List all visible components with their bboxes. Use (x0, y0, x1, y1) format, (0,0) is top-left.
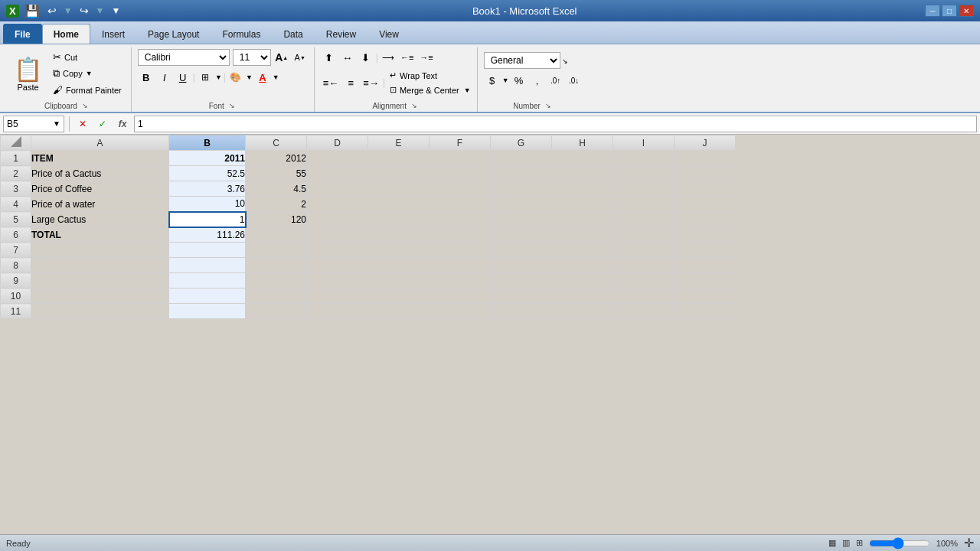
spreadsheet-cell[interactable] (491, 273, 552, 289)
tab-formulas[interactable]: Formulas (211, 24, 272, 44)
fill-dropdown[interactable]: ▼ (246, 73, 253, 81)
redo-button[interactable]: ↪ (76, 3, 93, 18)
spreadsheet-cell[interactable] (675, 258, 736, 273)
col-header-i[interactable]: I (613, 135, 675, 151)
spreadsheet-cell[interactable] (246, 243, 307, 258)
spreadsheet-cell[interactable] (552, 243, 613, 258)
spreadsheet-cell[interactable] (675, 151, 736, 166)
spreadsheet-container[interactable]: A B C D E F G H I J 1ITEM201120122Price … (0, 135, 980, 528)
fill-color-button[interactable]: 🎨 (227, 69, 244, 86)
spreadsheet-cell[interactable] (430, 197, 491, 212)
spreadsheet-cell[interactable] (307, 227, 368, 243)
spreadsheet-cell[interactable]: 2011 (169, 151, 246, 166)
spreadsheet-cell[interactable]: TOTAL (31, 227, 169, 243)
spreadsheet-cell[interactable] (613, 258, 675, 273)
spreadsheet-cell[interactable] (552, 197, 613, 212)
col-header-j[interactable]: J (675, 135, 736, 151)
row-header-6[interactable]: 6 (1, 227, 31, 243)
spreadsheet-cell[interactable]: 55 (246, 166, 307, 181)
spreadsheet-cell[interactable]: 10 (169, 197, 246, 212)
increase-decimal-button[interactable]: .0↑ (547, 72, 564, 89)
align-top-button[interactable]: ⬆ (321, 49, 338, 66)
spreadsheet-cell[interactable] (613, 273, 675, 289)
spreadsheet-cell[interactable] (169, 273, 246, 289)
alignment-expand-icon[interactable]: ↘ (410, 101, 419, 110)
spreadsheet-cell[interactable] (430, 181, 491, 197)
spreadsheet-cell[interactable] (246, 227, 307, 243)
undo-button[interactable]: ↩ (44, 3, 60, 18)
row-header-11[interactable]: 11 (1, 304, 31, 319)
spreadsheet-cell[interactable]: 2 (246, 197, 307, 212)
align-left-button[interactable]: ≡← (321, 74, 341, 91)
spreadsheet-cell[interactable] (368, 304, 430, 319)
spreadsheet-cell[interactable] (368, 227, 430, 243)
spreadsheet-cell[interactable] (613, 151, 675, 166)
spreadsheet-cell[interactable] (430, 289, 491, 304)
accounting-button[interactable]: $ (484, 72, 501, 89)
spreadsheet-cell[interactable] (613, 304, 675, 319)
spreadsheet-cell[interactable] (613, 227, 675, 243)
spreadsheet-cell[interactable] (491, 151, 552, 166)
spreadsheet-cell[interactable] (368, 212, 430, 227)
row-header-5[interactable]: 5 (1, 212, 31, 227)
spreadsheet-cell[interactable] (246, 258, 307, 273)
col-header-e[interactable]: E (368, 135, 430, 151)
spreadsheet-cell[interactable]: Price of a Cactus (31, 166, 169, 181)
spreadsheet-cell[interactable] (368, 181, 430, 197)
confirm-formula-button[interactable]: ✓ (94, 116, 111, 132)
spreadsheet-cell[interactable] (31, 289, 169, 304)
paste-button[interactable]: 📋 Paste (9, 54, 47, 93)
spreadsheet-cell[interactable] (307, 181, 368, 197)
font-expand-icon[interactable]: ↘ (227, 101, 237, 110)
row-header-2[interactable]: 2 (1, 166, 31, 181)
increase-font-size-button[interactable]: A▲ (274, 50, 289, 65)
spreadsheet-cell[interactable] (169, 304, 246, 319)
italic-button[interactable]: I (156, 69, 173, 86)
row-header-1[interactable]: 1 (1, 151, 31, 166)
tab-view[interactable]: View (368, 24, 410, 44)
save-button[interactable]: 💾 (24, 3, 41, 18)
merge-center-button[interactable]: ⊡ Merge & Center (387, 83, 462, 96)
row-header-9[interactable]: 9 (1, 273, 31, 289)
spreadsheet-cell[interactable] (491, 212, 552, 227)
spreadsheet-cell[interactable] (430, 243, 491, 258)
row-header-8[interactable]: 8 (1, 258, 31, 273)
align-bottom-button[interactable]: ⬇ (358, 49, 374, 66)
spreadsheet-cell[interactable] (552, 289, 613, 304)
text-direction-button[interactable]: ⟶ (380, 49, 397, 66)
tab-review[interactable]: Review (315, 24, 368, 44)
indent-decrease-button[interactable]: ←≡ (398, 49, 416, 66)
spreadsheet-cell[interactable]: 1 (169, 212, 246, 227)
spreadsheet-cell[interactable]: ITEM (31, 151, 169, 166)
spreadsheet-cell[interactable] (246, 289, 307, 304)
col-header-h[interactable]: H (552, 135, 613, 151)
spreadsheet-cell[interactable] (31, 273, 169, 289)
spreadsheet-cell[interactable] (169, 258, 246, 273)
spreadsheet-cell[interactable] (613, 212, 675, 227)
comma-button[interactable]: , (529, 72, 546, 89)
spreadsheet-cell[interactable] (675, 181, 736, 197)
spreadsheet-cell[interactable] (430, 304, 491, 319)
tab-insert[interactable]: Insert (90, 24, 136, 44)
spreadsheet-cell[interactable] (613, 166, 675, 181)
spreadsheet-cell[interactable] (169, 243, 246, 258)
spreadsheet-cell[interactable] (491, 181, 552, 197)
spreadsheet-cell[interactable] (368, 243, 430, 258)
spreadsheet-cell[interactable] (613, 243, 675, 258)
spreadsheet-cell[interactable]: 111.26 (169, 227, 246, 243)
spreadsheet-cell[interactable] (368, 258, 430, 273)
spreadsheet-cell[interactable]: Price of Coffee (31, 181, 169, 197)
spreadsheet-cell[interactable] (307, 151, 368, 166)
col-header-g[interactable]: G (491, 135, 552, 151)
row-header-10[interactable]: 10 (1, 289, 31, 304)
spreadsheet-cell[interactable] (675, 197, 736, 212)
align-right-button[interactable]: ≡→ (361, 74, 381, 91)
spreadsheet-cell[interactable] (552, 151, 613, 166)
spreadsheet-cell[interactable]: 3.76 (169, 181, 246, 197)
cell-ref-dropdown[interactable]: ▼ (53, 119, 60, 128)
spreadsheet-cell[interactable] (430, 166, 491, 181)
font-color-dropdown[interactable]: ▼ (273, 73, 279, 81)
indent-increase-button[interactable]: →≡ (417, 49, 435, 66)
col-header-f[interactable]: F (430, 135, 491, 151)
spreadsheet-cell[interactable] (675, 166, 736, 181)
